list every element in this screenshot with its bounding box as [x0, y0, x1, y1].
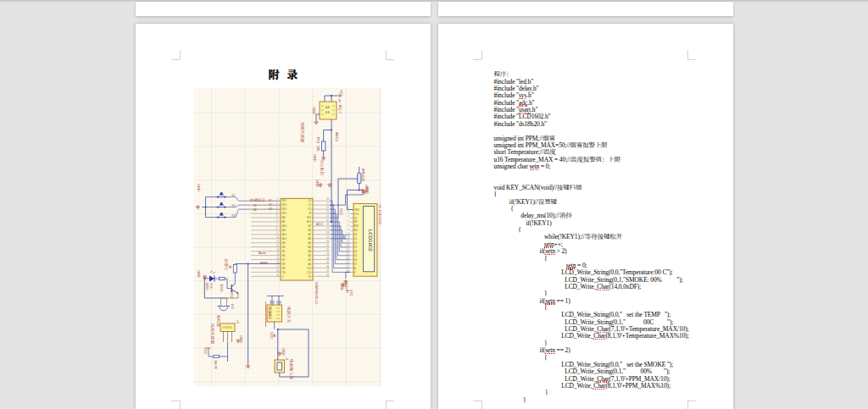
svg-text:K2: K2: [232, 204, 236, 207]
svg-text:B5: B5: [282, 250, 286, 253]
svg-text:U3: U3: [378, 204, 381, 208]
svg-text:GND: GND: [364, 185, 369, 192]
svg-text:GND: GND: [354, 208, 359, 212]
svg-text:温度传感器: 温度传感器: [210, 323, 215, 344]
svg-text:B9: B9: [282, 267, 286, 270]
svg-text:GND: GND: [313, 154, 317, 162]
svg-text:ADC1: ADC1: [335, 132, 339, 142]
svg-text:A1: A1: [309, 258, 312, 262]
svg-text:A7: A7: [309, 233, 312, 236]
svg-text:R/W: R/W: [354, 224, 359, 228]
svg-text:MQ-2: MQ-2: [338, 105, 342, 113]
svg-text:VCC: VCC: [203, 347, 208, 355]
svg-text:GND: GND: [239, 335, 243, 343]
svg-text:R4.7K: R4.7K: [214, 361, 217, 370]
svg-text:C13: C13: [307, 267, 312, 270]
svg-text:ADC1: ADC1: [316, 223, 324, 226]
svg-text:GND: GND: [312, 107, 316, 114]
svg-text:GND: GND: [197, 270, 201, 278]
svg-text:B0: B0: [309, 229, 312, 232]
svg-text:电源输入端: 电源输入端: [289, 359, 294, 379]
svg-text:B8: B8: [282, 263, 286, 266]
svg-text:A11: A11: [282, 229, 287, 232]
svg-text:A B: A B: [326, 106, 330, 109]
svg-text:LCD1602: LCD1602: [378, 210, 381, 225]
svg-text:A9: A9: [282, 220, 286, 224]
svg-text:红色: 红色: [209, 283, 214, 290]
svg-text:A6: A6: [309, 237, 312, 240]
svg-text:GND: GND: [315, 180, 320, 187]
svg-text:D2: D2: [354, 241, 358, 245]
svg-text:K1: K1: [269, 199, 272, 202]
svg-text:A6: A6: [282, 216, 286, 219]
svg-text:LCD1602: LCD1602: [368, 229, 374, 252]
svg-text:DS18b20: DS18b20: [223, 326, 232, 329]
svg-text:B12: B12: [282, 199, 287, 202]
svg-text:B11: B11: [307, 216, 311, 219]
svg-text:报警灯: 报警灯: [224, 259, 228, 271]
svg-text:B4: B4: [282, 246, 286, 249]
svg-text:R330: R330: [220, 285, 223, 292]
svg-text:GND: GND: [281, 348, 286, 356]
svg-text:VCC: VCC: [349, 290, 353, 297]
svg-text:C14: C14: [307, 271, 312, 274]
svg-text:分压电阻: 分压电阻: [320, 159, 325, 175]
svg-text:K2: K2: [269, 203, 272, 207]
svg-text:烟雾传感器: 烟雾传感器: [300, 122, 305, 142]
svg-text:TD: TD: [308, 275, 311, 279]
svg-text:VCC: VCC: [339, 90, 343, 97]
svg-text:BEEP: BEEP: [260, 262, 269, 265]
svg-text:VCC: VCC: [339, 208, 343, 216]
svg-text:U1: U1: [236, 320, 239, 324]
svg-text:C0: C0: [308, 199, 311, 202]
svg-text:C1: C1: [308, 203, 311, 207]
svg-text:D4: D4: [354, 250, 358, 253]
svg-text:B14: B14: [282, 207, 287, 211]
svg-text:K3: K3: [269, 207, 272, 211]
svg-text:K3: K3: [232, 214, 236, 218]
svg-text:VO2: VO2: [354, 213, 359, 216]
svg-text:J1: J1: [285, 357, 288, 361]
svg-text:D0: D0: [354, 233, 358, 236]
svg-text:RS: RS: [354, 220, 358, 224]
svg-text:3K: 3K: [228, 265, 231, 269]
svg-text:LS1: LS1: [231, 304, 234, 309]
svg-text:MC34063: MC34063: [268, 307, 271, 318]
svg-text:IRFL014: IRFL014: [361, 169, 364, 181]
svg-text:A0: A0: [309, 263, 312, 266]
svg-text:R: R: [309, 212, 311, 215]
svg-text:S8050: S8050: [230, 290, 233, 298]
svg-text:EN: EN: [354, 229, 358, 232]
svg-text:3.3: 3.3: [308, 207, 311, 211]
svg-text:SV: SV: [282, 271, 286, 274]
svg-text:A15: A15: [282, 237, 287, 240]
svg-text:A12: A12: [282, 233, 287, 236]
svg-text:GND: GND: [340, 283, 344, 290]
svg-text:D7: D7: [354, 263, 358, 266]
svg-text:10K: 10K: [316, 146, 320, 152]
svg-text:D1: D1: [354, 237, 358, 240]
svg-text:A10: A10: [282, 224, 287, 228]
svg-text:电源开关: 电源开关: [287, 307, 292, 323]
svg-text:GND: GND: [197, 184, 201, 191]
svg-text:Alarm: Alarm: [259, 251, 266, 255]
svg-text:蜂鸣器: 蜂鸣器: [216, 315, 220, 327]
svg-text:K1: K1: [232, 194, 236, 197]
svg-text:R10: R10: [316, 137, 320, 143]
svg-text:D6: D6: [354, 258, 358, 262]
svg-text:A4: A4: [309, 246, 312, 249]
svg-text:B7: B7: [282, 258, 286, 262]
svg-text:A2: A2: [309, 254, 312, 257]
svg-text:A5: A5: [309, 241, 312, 245]
svg-text:B3: B3: [282, 241, 286, 245]
svg-text:D3: D3: [354, 246, 358, 249]
svg-text:D5: D5: [354, 254, 358, 257]
svg-text:V0: V0: [354, 217, 358, 220]
svg-text:B6: B6: [282, 254, 286, 257]
svg-text:A: A: [354, 267, 356, 270]
svg-text:B1: B1: [309, 224, 312, 228]
svg-text:B13: B13: [282, 203, 287, 207]
svg-text:U?: U?: [337, 99, 341, 102]
svg-text:B10: B10: [307, 220, 311, 224]
svg-text:LED1: LED1: [205, 283, 209, 290]
